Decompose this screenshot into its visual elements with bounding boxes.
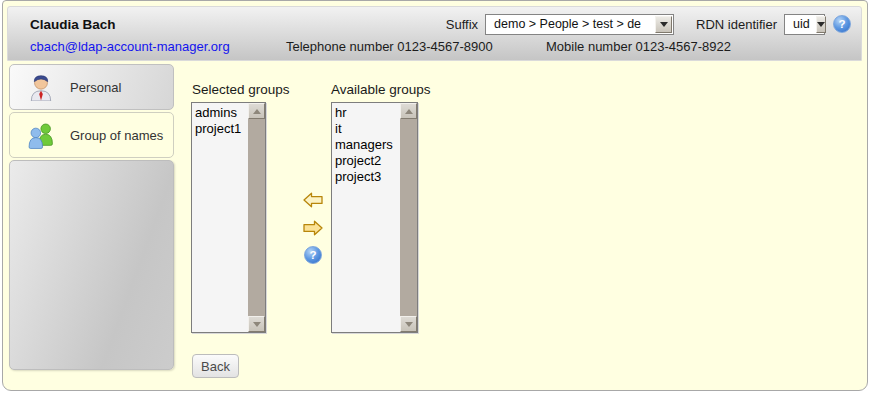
list-option[interactable]: it bbox=[332, 121, 400, 137]
back-button[interactable]: Back bbox=[192, 354, 239, 378]
list-option[interactable]: project2 bbox=[332, 153, 400, 169]
sidebar: Personal Group of names bbox=[9, 64, 174, 370]
rdn-select-value: uid bbox=[785, 15, 815, 34]
list-option[interactable]: project3 bbox=[332, 169, 400, 185]
suffix-select[interactable]: demo > People > test > de bbox=[485, 14, 674, 35]
chevron-down-icon[interactable] bbox=[816, 16, 826, 33]
rdn-identifier-label: RDN identifier bbox=[696, 17, 777, 32]
email-link[interactable]: cbach@ldap-account-manager.org bbox=[30, 39, 230, 54]
available-groups-label: Available groups bbox=[331, 82, 431, 97]
scrollbar[interactable] bbox=[400, 103, 417, 332]
header: Claudia Bach Suffix demo > People > test… bbox=[7, 6, 862, 61]
list-option[interactable]: project1 bbox=[192, 121, 248, 137]
telephone-number: Telephone number 0123-4567-8900 bbox=[286, 39, 493, 54]
tab-personal-label: Personal bbox=[70, 80, 121, 95]
sidebar-panel bbox=[9, 160, 174, 370]
chevron-up-icon[interactable] bbox=[248, 103, 265, 119]
page-container: Claudia Bach Suffix demo > People > test… bbox=[2, 0, 868, 391]
tab-group-of-names[interactable]: Group of names bbox=[9, 112, 174, 158]
chevron-down-icon[interactable] bbox=[400, 316, 417, 332]
person-icon bbox=[26, 72, 56, 102]
page-title: Claudia Bach bbox=[30, 17, 116, 32]
available-groups-listbox[interactable]: hritmanagersproject2project3 bbox=[331, 102, 418, 333]
header-row-top: Claudia Bach Suffix demo > People > test… bbox=[8, 7, 861, 37]
rdn-identifier-select[interactable]: uid bbox=[784, 14, 825, 35]
available-groups-options: hritmanagersproject2project3 bbox=[332, 103, 400, 332]
header-row-bottom: cbach@ldap-account-manager.org Telephone… bbox=[8, 37, 861, 59]
help-icon[interactable]: ? bbox=[304, 246, 322, 264]
arrow-right-icon[interactable] bbox=[299, 220, 327, 236]
chevron-up-icon[interactable] bbox=[400, 103, 417, 119]
selected-groups-listbox[interactable]: adminsproject1 bbox=[191, 102, 266, 333]
chevron-down-icon[interactable] bbox=[248, 316, 265, 332]
tab-personal[interactable]: Personal bbox=[9, 64, 174, 110]
list-option[interactable]: managers bbox=[332, 137, 400, 153]
scrollbar[interactable] bbox=[248, 103, 265, 332]
tab-group-of-names-label: Group of names bbox=[70, 128, 163, 143]
arrow-left-icon[interactable] bbox=[299, 192, 327, 208]
suffix-label: Suffix bbox=[446, 17, 478, 32]
list-option[interactable]: hr bbox=[332, 105, 400, 121]
selected-groups-options: adminsproject1 bbox=[192, 103, 248, 332]
help-icon[interactable]: ? bbox=[833, 15, 851, 33]
mobile-number: Mobile number 0123-4567-8922 bbox=[546, 39, 731, 54]
group-icon bbox=[26, 120, 56, 150]
suffix-select-value: demo > People > test > de bbox=[486, 15, 646, 34]
list-option[interactable]: admins bbox=[192, 105, 248, 121]
selected-groups-label: Selected groups bbox=[192, 82, 290, 97]
chevron-down-icon[interactable] bbox=[655, 16, 672, 33]
